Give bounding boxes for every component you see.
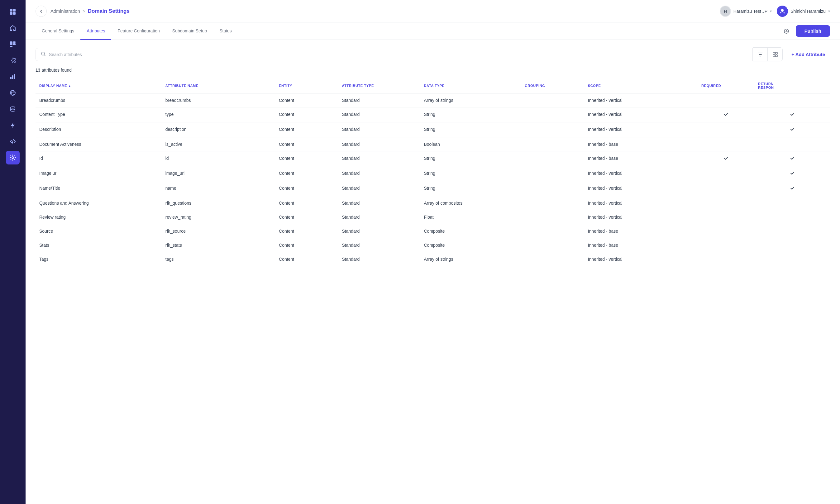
topbar-right: H Haramizu Test JP ▾ Shinichi Haramizu ▾ [720,6,830,17]
view-toggle-button[interactable] [768,47,783,61]
svg-rect-10 [14,74,15,79]
table-row[interactable]: Description description Content Standard… [36,122,830,137]
back-button[interactable] [36,6,47,17]
puzzle-icon[interactable] [6,54,20,67]
cell-attribute-name: description [162,122,275,137]
col-header-attribute-type[interactable]: ATTRIBUTE TYPE [338,79,420,93]
cell-data-type: String [420,122,521,137]
tab-general-settings[interactable]: General Settings [36,22,81,40]
tab-feature-configuration[interactable]: Feature Configuration [111,22,166,40]
table-row[interactable]: Source rfk_source Content Standard Compo… [36,224,830,238]
code-icon[interactable] [6,134,20,148]
cell-required [698,210,754,224]
cell-required [698,122,754,137]
tab-subdomain-setup[interactable]: Subdomain Setup [166,22,213,40]
workspace-selector[interactable]: H Haramizu Test JP ▾ [720,6,772,17]
cell-attribute-type: Standard [338,196,420,210]
globe-icon[interactable] [6,86,20,100]
cell-display-name: Content Type [36,107,162,122]
col-header-display-name[interactable]: DISPLAY NAME [36,79,162,93]
svg-point-15 [12,157,14,159]
table-row[interactable]: Review rating review_rating Content Stan… [36,210,830,224]
attributes-table: DISPLAY NAME ATTRIBUTE NAME ENTITY ATTRI… [36,79,830,266]
cell-entity: Content [275,210,338,224]
dashboard-icon[interactable] [6,37,20,51]
cell-scope: Inherited - vertical [584,252,698,266]
analytics-icon[interactable] [6,70,20,84]
user-selector[interactable]: Shinichi Haramizu ▾ [777,6,830,17]
cell-attribute-name: is_active [162,137,275,151]
cell-display-name: Id [36,151,162,166]
cell-return-respon [754,107,830,122]
col-header-attribute-name[interactable]: ATTRIBUTE NAME [162,79,275,93]
publish-button[interactable]: Publish [796,25,830,37]
user-name: Shinichi Haramizu [790,9,826,14]
cell-scope: Inherited - base [584,238,698,252]
col-header-required[interactable]: REQUIRED [698,79,754,93]
table-row[interactable]: Stats rfk_stats Content Standard Composi… [36,238,830,252]
cell-attribute-type: Standard [338,238,420,252]
cell-grouping [521,151,584,166]
table-row[interactable]: Id id Content Standard String Inherited … [36,151,830,166]
cell-display-name: Description [36,122,162,137]
tabs-bar: General Settings Attributes Feature Conf… [25,22,840,40]
col-header-return-respon[interactable]: RETURNRESPON [754,79,830,93]
cell-scope: Inherited - vertical [584,93,698,107]
svg-rect-18 [773,52,775,54]
workspace-chevron-icon: ▾ [770,9,772,13]
cell-data-type: Boolean [420,137,521,151]
cell-attribute-type: Standard [338,107,420,122]
history-button[interactable] [781,25,792,37]
col-header-scope[interactable]: SCOPE [584,79,698,93]
breadcrumb-admin[interactable]: Administration [51,8,80,14]
col-header-grouping[interactable]: GROUPING [521,79,584,93]
cell-attribute-name: id [162,151,275,166]
tab-status[interactable]: Status [213,22,238,40]
cell-data-type: String [420,181,521,196]
user-chevron-icon: ▾ [828,9,830,13]
filter-button[interactable] [753,47,768,61]
add-attribute-button[interactable]: + Add Attribute [786,49,830,60]
cell-entity: Content [275,181,338,196]
cell-grouping [521,238,584,252]
cell-grouping [521,196,584,210]
tab-attributes[interactable]: Attributes [81,22,111,40]
search-input[interactable] [49,52,748,57]
settings-icon[interactable] [6,151,20,164]
col-header-entity[interactable]: ENTITY [275,79,338,93]
cell-return-respon [754,137,830,151]
cell-grouping [521,107,584,122]
cell-return-respon [754,224,830,238]
table-row[interactable]: Tags tags Content Standard Array of stri… [36,252,830,266]
table-row[interactable]: Name/Title name Content Standard String … [36,181,830,196]
cell-entity: Content [275,166,338,181]
svg-rect-9 [12,75,13,79]
grid-icon[interactable] [6,5,20,19]
cell-data-type: Composite [420,238,521,252]
svg-rect-5 [13,43,16,45]
cell-display-name: Questions and Answering [36,196,162,210]
table-row[interactable]: Content Type type Content Standard Strin… [36,107,830,122]
topbar-left: Administration > Domain Settings [36,6,720,17]
cell-return-respon [754,166,830,181]
col-header-data-type[interactable]: DATA TYPE [420,79,521,93]
home-icon[interactable] [6,21,20,35]
cell-scope: Inherited - base [584,224,698,238]
table-row[interactable]: Questions and Answering rfk_questions Co… [36,196,830,210]
table-row[interactable]: Image url image_url Content Standard Str… [36,166,830,181]
cell-display-name: Source [36,224,162,238]
bolt-icon[interactable] [6,119,20,132]
cell-attribute-name: image_url [162,166,275,181]
table-row[interactable]: Breadcrumbs breadcrumbs Content Standard… [36,93,830,107]
svg-point-16 [781,9,784,12]
database-icon[interactable] [6,102,20,116]
inner-content: + Add Attribute 13 attributes found DISP… [25,40,840,504]
cell-attribute-name: review_rating [162,210,275,224]
cell-scope: Inherited - vertical [584,181,698,196]
cell-scope: Inherited - vertical [584,122,698,137]
cell-entity: Content [275,196,338,210]
svg-rect-20 [773,55,775,57]
cell-attribute-type: Standard [338,93,420,107]
main-panel: Administration > Domain Settings H Haram… [25,0,840,504]
table-row[interactable]: Document Activeness is_active Content St… [36,137,830,151]
